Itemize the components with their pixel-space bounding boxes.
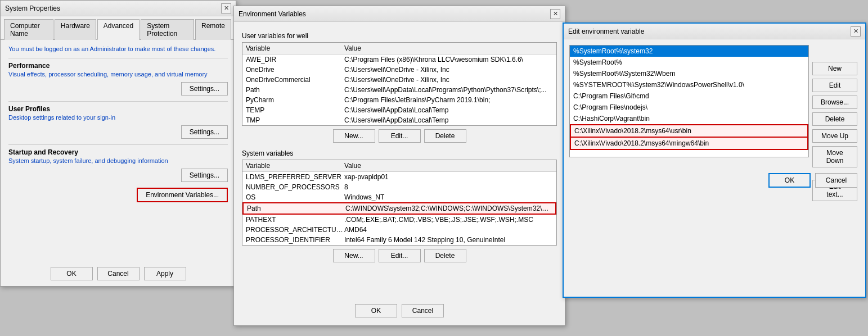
user-profiles-desc: Desktop settings related to your sign-in xyxy=(8,114,228,121)
table-row[interactable]: PROCESSOR_ARCHITECTURE AMD64 xyxy=(242,225,556,235)
table-row-path-highlighted[interactable]: Path C:\WINDOWS\system32;C:\WINDOWS;C:\W… xyxy=(242,202,556,215)
env-list-item-vivado-mingw[interactable]: C:\Xilinx\Vivado\2018.2\msys64\mingw64\b… xyxy=(570,138,808,150)
sys-apply-button[interactable]: Apply xyxy=(144,267,186,280)
system-properties-title: System Properties xyxy=(5,4,60,12)
env-vars-cancel-button[interactable]: Cancel xyxy=(402,304,444,317)
env-list-item[interactable]: %SystemRoot% xyxy=(570,57,808,68)
edit-env-move-up-button[interactable]: Move Up xyxy=(812,129,857,143)
table-row[interactable]: PROCESSOR_IDENTIFIER Intel64 Family 6 Mo… xyxy=(242,235,556,245)
edit-env-edit-button[interactable]: Edit xyxy=(812,79,857,92)
sys-var-name: PROCESSOR_IDENTIFIER xyxy=(246,236,344,244)
table-row[interactable]: TMP C:\Users\weli\AppData\Local\Temp xyxy=(242,115,556,125)
startup-recovery-settings-button[interactable]: Settings... xyxy=(181,169,228,182)
env-list-item[interactable]: %SYSTEMROOT%\System32\WindowsPowerShell\… xyxy=(570,79,808,90)
env-list-item[interactable]: %SystemRoot%\System32\Wbem xyxy=(570,68,808,79)
sys-var-name: PROCESSOR_ARCHITECTURE xyxy=(246,226,344,234)
table-row[interactable]: Path C:\Users\weli\AppData\Local\Program… xyxy=(242,85,556,95)
table-row[interactable]: NUMBER_OF_PROCESSORS 8 xyxy=(242,182,556,192)
user-var-name: TMP xyxy=(246,116,344,124)
system-properties-bottom-buttons: OK Cancel Apply xyxy=(1,267,236,280)
tab-system-protection[interactable]: System Protection xyxy=(141,19,194,40)
sys-var-value: Intel64 Family 6 Model 142 Stepping 10, … xyxy=(344,236,553,244)
env-list-item[interactable]: C:\Program Files\Git\cmd xyxy=(570,90,808,102)
table-row[interactable]: TEMP C:\Users\weli\AppData\Local\Temp xyxy=(242,105,556,115)
tab-remote[interactable]: Remote xyxy=(195,19,231,40)
user-var-value: C:\Users\weli\AppData\Local\Temp xyxy=(344,106,553,114)
system-vars-table-header: Variable Value xyxy=(242,160,556,172)
user-var-value: C:\Program Files\JetBrains\PyCharm 2019.… xyxy=(344,96,553,104)
user-var-value: C:\Users\weli\AppData\Local\Programs\Pyt… xyxy=(344,86,553,94)
sys-vars-delete-button[interactable]: Delete xyxy=(424,249,466,262)
edit-env-move-down-button[interactable]: Move Down xyxy=(812,146,857,167)
performance-desc: Visual effects, processor scheduling, me… xyxy=(8,71,228,78)
sys-var-name: NUMBER_OF_PROCESSORS xyxy=(246,183,344,191)
system-properties-window: System Properties ✕ Computer Name Hardwa… xyxy=(0,0,236,287)
system-properties-title-bar: System Properties ✕ xyxy=(1,1,236,16)
system-properties-tabs: Computer Name Hardware Advanced System P… xyxy=(1,16,236,40)
edit-env-bottom-buttons: OK Cancel xyxy=(768,173,857,188)
env-list-item[interactable]: C:\Program Files\nodejs\ xyxy=(570,102,808,113)
system-vars-action-buttons: New... Edit... Delete xyxy=(242,249,557,262)
table-row[interactable]: PATHEXT .COM;.EXE;.BAT;.CMD;.VBS;.VBE;.J… xyxy=(242,215,556,225)
env-vars-close-button[interactable]: ✕ xyxy=(550,9,560,19)
env-vars-button[interactable]: Environment Variables... xyxy=(137,188,228,202)
user-var-name: Path xyxy=(246,86,344,94)
sys-var-value: 8 xyxy=(344,183,553,191)
sys-vars-new-button[interactable]: New... xyxy=(333,249,375,262)
env-list-item[interactable]: C:\HashiCorp\Vagrant\bin xyxy=(570,113,808,124)
sys-var-value: C:\WINDOWS\system32;C:\WINDOWS;C:\WINDOW… xyxy=(345,205,552,212)
edit-env-title: Edit environment variable xyxy=(568,28,644,35)
user-var-header-variable: Variable xyxy=(246,44,344,52)
edit-env-close-button[interactable]: ✕ xyxy=(851,26,861,37)
user-var-name: PyCharm xyxy=(246,96,344,104)
user-var-value: C:\Users\weli\AppData\Local\Temp xyxy=(344,116,553,124)
user-profiles-settings-button[interactable]: Settings... xyxy=(181,125,228,139)
user-var-header-value: Value xyxy=(344,44,553,52)
env-list-item-vivado-usr[interactable]: C:\Xilinx\Vivado\2018.2\msys64\usr\bin xyxy=(570,124,808,138)
edit-env-content: %SystemRoot%\system32 %SystemRoot% %Syst… xyxy=(564,39,865,196)
sys-var-header-value: Value xyxy=(344,162,553,170)
edit-env-title-bar: Edit environment variable ✕ xyxy=(564,24,865,39)
table-row[interactable]: OneDriveCommercial C:\Users\weli\OneDriv… xyxy=(242,75,556,85)
user-var-name: TEMP xyxy=(246,106,344,114)
performance-settings-button[interactable]: Settings... xyxy=(181,82,228,96)
user-var-name: OneDrive xyxy=(246,66,344,74)
user-vars-new-button[interactable]: New... xyxy=(333,129,375,143)
sys-cancel-button[interactable]: Cancel xyxy=(97,267,140,280)
edit-env-ok-button[interactable]: OK xyxy=(768,173,811,188)
user-profiles-title: User Profiles xyxy=(8,105,228,113)
user-vars-edit-button[interactable]: Edit... xyxy=(379,129,421,143)
table-row[interactable]: AWE_DIR C:\Program Files (x86)\Khrona LL… xyxy=(242,55,556,65)
sys-vars-edit-button[interactable]: Edit... xyxy=(379,249,421,262)
env-list[interactable]: %SystemRoot%\system32 %SystemRoot% %Syst… xyxy=(569,45,809,157)
sys-ok-button[interactable]: OK xyxy=(51,267,93,280)
env-list-item[interactable]: %SystemRoot%\system32 xyxy=(570,46,808,57)
edit-env-cancel-button[interactable]: Cancel xyxy=(815,173,857,188)
table-row[interactable]: OneDrive C:\Users\weli\OneDrive - Xilinx… xyxy=(242,65,556,75)
admin-note: You must be logged on as an Administrato… xyxy=(8,46,228,52)
system-properties-close-button[interactable]: ✕ xyxy=(221,3,231,13)
table-row[interactable]: OS Windows_NT xyxy=(242,192,556,202)
sys-var-header-variable: Variable xyxy=(246,162,344,170)
edit-env-variable-window: Edit environment variable ✕ %SystemRoot%… xyxy=(563,22,866,298)
edit-env-delete-button[interactable]: Delete xyxy=(812,112,857,126)
edit-env-browse-button[interactable]: Browse... xyxy=(812,96,857,109)
user-var-name: OneDriveCommercial xyxy=(246,76,344,84)
user-vars-delete-button[interactable]: Delete xyxy=(424,129,466,143)
env-vars-title-bar: Environment Variables ✕ xyxy=(234,6,565,22)
tab-hardware[interactable]: Hardware xyxy=(55,19,96,40)
user-profiles-section: User Profiles Desktop settings related t… xyxy=(8,105,228,139)
table-row[interactable]: PyCharm C:\Program Files\JetBrains\PyCha… xyxy=(242,95,556,105)
startup-recovery-section: Startup and Recovery System startup, sys… xyxy=(8,148,228,182)
startup-recovery-desc: System startup, system failure, and debu… xyxy=(8,157,228,164)
env-vars-bottom-buttons: OK Cancel xyxy=(234,304,565,317)
tab-advanced[interactable]: Advanced xyxy=(97,19,140,40)
sys-var-value: AMD64 xyxy=(344,226,553,234)
tab-computer-name[interactable]: Computer Name xyxy=(4,19,53,40)
user-vars-table: Variable Value AWE_DIR C:\Program Files … xyxy=(242,42,557,126)
sys-var-name: OS xyxy=(246,193,344,201)
env-vars-ok-button[interactable]: OK xyxy=(355,304,397,317)
table-row[interactable]: LDMS_PREFERRED_SERVER xap-pvapldp01 xyxy=(242,172,556,182)
edit-env-new-button[interactable]: New xyxy=(812,62,857,75)
user-vars-section-title: User variables for weli xyxy=(242,32,557,40)
